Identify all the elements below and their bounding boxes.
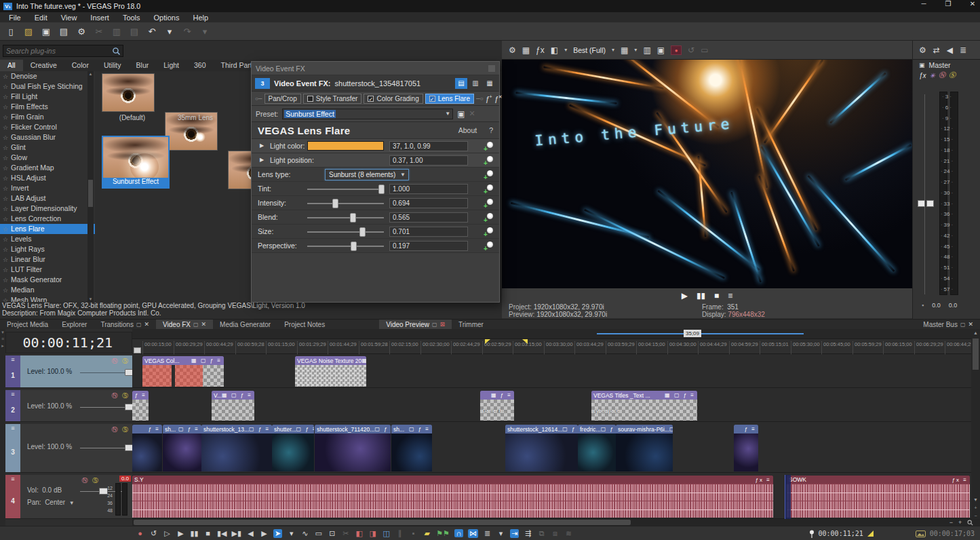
mute-icon[interactable]: Ⓝ [939,71,945,80]
favorite-star-icon[interactable]: ☆ [3,175,8,182]
audio-device-icon[interactable]: ◀ [947,45,953,55]
timeline-event[interactable]: VEGAS Noise Texture 20▦ ▢ ƒ ≡ [295,356,366,387]
fx-category-tab[interactable]: 360 [187,60,214,71]
plugin-chain-chip[interactable]: ✓Color Grading [364,94,423,104]
favorite-star-icon[interactable]: ☆ [3,216,8,223]
timeline-event[interactable]: ƒ ≡ [132,425,162,471]
redo-icon[interactable]: ↷ [182,26,193,37]
event-icons[interactable]: ▢ ƒ ≡ [178,426,199,432]
slip-event-icon[interactable]: ◫ [382,529,391,538]
zoom-in-icon[interactable]: + [958,519,962,526]
event-icons[interactable]: ƒ ≡ [149,426,160,432]
plugin-list-item[interactable]: ☆Film Effects [0,102,95,112]
go-to-end-icon[interactable]: ▶▮ [232,529,242,538]
split-screen-icon[interactable]: ◧ [551,45,558,55]
snap-icon[interactable]: ∩ [454,529,463,537]
track-row-2[interactable]: ƒ ≡ V...▦ ▢ ƒ ≡ ▦ ƒ ≡ Gamer b... [132,390,971,422]
plugin-list-item[interactable]: ☆Light Rays [0,244,95,254]
animate-keyframe-icon[interactable] [484,242,493,250]
list-view-icon[interactable]: ▦ [484,78,496,89]
slider-handle[interactable] [378,185,385,194]
end-time[interactable]: 00:00:17;03 [930,530,975,537]
copy-snapshot-icon[interactable]: ▥ [643,45,650,55]
restore-button[interactable]: ❐ [943,0,953,7]
plugin-list-item[interactable]: ☆Median [0,285,95,295]
plugin-chain-chip[interactable]: Style Transfer [303,94,362,104]
favorite-star-icon[interactable]: ☆ [3,73,8,80]
save-icon[interactable]: ▣ [41,26,52,37]
hdr-preview-icon[interactable]: ▭ [701,45,708,55]
favorite-star-icon[interactable]: ☆ [3,195,8,202]
float-icon[interactable]: ▢ [960,322,966,328]
plugin-list-item[interactable]: ☆Gaussian Blur [0,132,95,142]
track-row-3[interactable]: ƒ ≡ sh...▢ ƒ ≡ shutterstock_13...▢ ƒ ≡ [132,424,971,473]
quality-drop-icon[interactable]: ▾ [612,47,614,53]
event-icons[interactable]: ƒx ≡ [952,477,968,483]
timeline-event[interactable]: shutterstock_711420...▢ ƒ ≡ [315,425,391,471]
event-icons[interactable]: ƒx ≡ [756,477,771,483]
dock-tab[interactable]: Master Bus▢✕ [916,320,980,330]
delete-preset-icon[interactable]: ✕ [469,109,475,118]
favorite-star-icon[interactable]: ☆ [3,144,8,151]
ripple-drop-icon[interactable]: ▾ [496,529,505,538]
track-level-value[interactable]: 100.0 % [47,402,72,410]
event-icons[interactable]: ▢ ƒ ≡ [296,426,314,432]
plugin-list-item[interactable]: ☆Flicker Control [0,122,95,132]
selection-edit-tool-icon[interactable]: ▭ [314,529,323,538]
chevron-down-icon[interactable]: ▼ [445,111,452,117]
event-icons[interactable]: ▢ ƒ ≡ [562,426,578,432]
slider-handle[interactable] [332,199,338,208]
new-project-icon[interactable]: ▯ [5,26,16,37]
float-icon[interactable]: ▢ [432,322,437,328]
insert-marker-icon[interactable]: ▰ [423,529,431,538]
expander-icon[interactable]: ▶ [260,142,264,149]
auto-crossfade-icon[interactable]: ⋈ [468,529,478,538]
parameter-value[interactable]: 0.565 [389,212,468,223]
parameter-slider[interactable] [307,246,384,247]
lock-faders-icon[interactable]: ▪ [922,302,924,309]
zoom-edit-tool-icon[interactable]: ⊡ [328,529,336,538]
favorite-star-icon[interactable]: ☆ [3,83,8,90]
dialog-title-bar[interactable]: Video Event FX [252,62,499,75]
menu-item[interactable]: Options [148,14,186,22]
project-properties-icon[interactable]: ⚙ [76,26,87,37]
loop-region-end-icon[interactable] [522,339,528,344]
plugin-list-item[interactable]: ☆Denoise [0,71,95,81]
event-icons[interactable]: ▦ ƒ ≡ [491,392,512,398]
plugin-list-item[interactable]: ☆Fill Light [0,92,95,102]
track-header-4[interactable]: ≡4 Ⓝ Ⓢ Vol: 0.0 dB Pan: Center ▼ 0.0 122… [5,475,132,519]
vertical-scrollbar[interactable]: ▲ ▼ + − [971,329,980,526]
paste-icon[interactable]: ▤ [129,26,140,37]
zoom-tool-icon[interactable] [967,520,973,526]
bus-collapse-icon[interactable]: ▣ [919,62,925,69]
parameter-slider[interactable] [307,189,384,190]
track-row-4[interactable]: S.Yƒx ≡ SOWKƒx ≡ [132,475,971,519]
loop-playback-icon[interactable]: ↺ [149,529,158,538]
float-icon[interactable]: ▢ [136,322,142,328]
remove-fx-icon[interactable]: ƒ✕ [494,94,503,103]
slider-handle[interactable] [359,227,366,237]
video-display[interactable]: Into the Future [502,60,912,288]
horizontal-scrollbar[interactable] [132,519,971,526]
menu-item[interactable]: Tools [117,14,146,22]
save-snapshot-icon[interactable]: ▣ [657,45,665,55]
close-icon[interactable]: ✕ [201,321,207,328]
trim-end-icon[interactable]: ◨ [368,529,377,538]
menu-item[interactable]: Edit [28,14,54,22]
group-icon[interactable]: ⧉ [537,529,546,538]
plugin-list-item[interactable]: ☆Glint [0,142,95,153]
envelope-edit-tool-icon[interactable]: ∿ [300,529,309,538]
render-as-icon[interactable]: ▤ [58,26,69,37]
plugin-list-item[interactable]: ☆Dual Fish Eye Stiching [0,81,95,92]
fx-category-tab[interactable]: All [0,60,23,71]
play-icon[interactable]: ▶ [176,529,185,538]
parameter-slider[interactable] [307,203,384,204]
clip-link-icon[interactable]: ≋ [564,529,573,538]
timeline-event[interactable]: shutter...▢ ƒ ≡ [272,425,314,471]
preview-menu-icon[interactable]: ≡ [728,291,732,301]
plugin-chain-chip[interactable]: Pan/Crop [264,94,301,104]
video-output-fx-icon[interactable]: ƒx [536,45,545,55]
solo-icon[interactable]: Ⓢ [949,71,956,80]
preview-stop-icon[interactable]: ■ [714,291,719,301]
plugin-list-item[interactable]: ☆Levels [0,234,95,244]
